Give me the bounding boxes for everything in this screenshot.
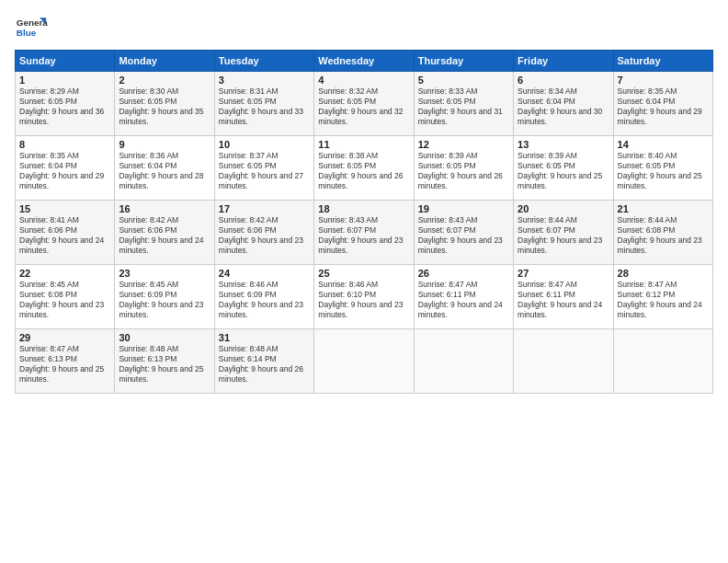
day-number: 21 (618, 203, 709, 214)
day-number: 17 (219, 203, 310, 214)
week-row-1: 8 Sunrise: 8:35 AM Sunset: 6:04 PM Dayli… (16, 136, 713, 201)
day-info: Sunrise: 8:46 AM Sunset: 6:10 PM Dayligh… (318, 280, 409, 320)
day-cell: 20 Sunrise: 8:44 AM Sunset: 6:07 PM Dayl… (514, 201, 613, 265)
day-number: 9 (119, 139, 210, 150)
day-info: Sunrise: 8:41 AM Sunset: 6:06 PM Dayligh… (19, 215, 110, 256)
day-info: Sunrise: 8:44 AM Sunset: 6:08 PM Dayligh… (618, 215, 709, 256)
day-cell: 17 Sunrise: 8:42 AM Sunset: 6:06 PM Dayl… (214, 201, 313, 265)
header-friday: Friday (514, 51, 613, 72)
calendar-table: SundayMondayTuesdayWednesdayThursdayFrid… (15, 50, 713, 394)
week-row-3: 22 Sunrise: 8:45 AM Sunset: 6:08 PM Dayl… (16, 265, 713, 329)
day-cell: 9 Sunrise: 8:36 AM Sunset: 6:04 PM Dayli… (115, 136, 214, 201)
header-row: SundayMondayTuesdayWednesdayThursdayFrid… (16, 51, 713, 72)
day-info: Sunrise: 8:33 AM Sunset: 6:05 PM Dayligh… (418, 86, 509, 127)
day-cell: 1 Sunrise: 8:29 AM Sunset: 6:05 PM Dayli… (16, 72, 115, 136)
day-cell: 28 Sunrise: 8:47 AM Sunset: 6:12 PM Dayl… (613, 265, 712, 329)
day-info: Sunrise: 8:43 AM Sunset: 6:07 PM Dayligh… (418, 215, 509, 256)
day-info: Sunrise: 8:36 AM Sunset: 6:04 PM Dayligh… (119, 151, 210, 191)
day-cell: 30 Sunrise: 8:48 AM Sunset: 6:13 PM Dayl… (115, 329, 214, 394)
day-cell: 15 Sunrise: 8:41 AM Sunset: 6:06 PM Dayl… (16, 201, 115, 265)
day-number: 7 (618, 75, 709, 86)
day-info: Sunrise: 8:39 AM Sunset: 6:05 PM Dayligh… (418, 151, 509, 191)
day-number: 14 (618, 139, 709, 150)
day-info: Sunrise: 8:43 AM Sunset: 6:07 PM Dayligh… (318, 215, 409, 256)
day-info: Sunrise: 8:35 AM Sunset: 6:04 PM Dayligh… (618, 86, 709, 127)
day-info: Sunrise: 8:38 AM Sunset: 6:05 PM Dayligh… (318, 151, 409, 191)
week-row-4: 29 Sunrise: 8:47 AM Sunset: 6:13 PM Dayl… (16, 329, 713, 394)
day-cell: 22 Sunrise: 8:45 AM Sunset: 6:08 PM Dayl… (16, 265, 115, 329)
header-tuesday: Tuesday (214, 51, 313, 72)
day-cell: 12 Sunrise: 8:39 AM Sunset: 6:05 PM Dayl… (414, 136, 513, 201)
day-number: 6 (518, 75, 609, 86)
svg-text:Blue: Blue (17, 28, 37, 38)
day-info: Sunrise: 8:48 AM Sunset: 6:14 PM Dayligh… (219, 344, 310, 385)
day-number: 30 (119, 332, 210, 343)
day-number: 22 (19, 268, 110, 279)
day-cell: 3 Sunrise: 8:31 AM Sunset: 6:05 PM Dayli… (214, 72, 313, 136)
day-number: 3 (219, 75, 310, 86)
day-number: 26 (418, 268, 509, 279)
day-info: Sunrise: 8:40 AM Sunset: 6:05 PM Dayligh… (618, 151, 709, 191)
header-thursday: Thursday (414, 51, 513, 72)
day-info: Sunrise: 8:30 AM Sunset: 6:05 PM Dayligh… (119, 86, 210, 127)
day-number: 13 (518, 139, 609, 150)
day-info: Sunrise: 8:35 AM Sunset: 6:04 PM Dayligh… (19, 151, 110, 191)
day-cell: 7 Sunrise: 8:35 AM Sunset: 6:04 PM Dayli… (613, 72, 712, 136)
day-number: 25 (318, 268, 409, 279)
day-number: 20 (518, 203, 609, 214)
day-info: Sunrise: 8:47 AM Sunset: 6:11 PM Dayligh… (418, 280, 509, 320)
day-number: 11 (318, 139, 409, 150)
header-wednesday: Wednesday (314, 51, 414, 72)
day-number: 24 (219, 268, 310, 279)
day-info: Sunrise: 8:32 AM Sunset: 6:05 PM Dayligh… (318, 86, 409, 127)
day-info: Sunrise: 8:29 AM Sunset: 6:05 PM Dayligh… (19, 86, 110, 127)
header: General Blue (15, 11, 713, 44)
day-cell: 29 Sunrise: 8:47 AM Sunset: 6:13 PM Dayl… (16, 329, 115, 394)
day-cell (514, 329, 613, 394)
day-info: Sunrise: 8:47 AM Sunset: 6:11 PM Dayligh… (518, 280, 609, 320)
day-number: 16 (119, 203, 210, 214)
header-saturday: Saturday (613, 51, 712, 72)
header-monday: Monday (115, 51, 214, 72)
day-info: Sunrise: 8:39 AM Sunset: 6:05 PM Dayligh… (518, 151, 609, 191)
day-number: 18 (318, 203, 409, 214)
day-cell: 4 Sunrise: 8:32 AM Sunset: 6:05 PM Dayli… (314, 72, 414, 136)
day-cell: 21 Sunrise: 8:44 AM Sunset: 6:08 PM Dayl… (613, 201, 712, 265)
day-info: Sunrise: 8:31 AM Sunset: 6:05 PM Dayligh… (219, 86, 310, 127)
day-number: 1 (19, 75, 110, 86)
page: General Blue SundayMondayTuesdayWednesda… (0, 0, 728, 563)
day-number: 31 (219, 332, 310, 343)
day-number: 29 (19, 332, 110, 343)
day-cell: 23 Sunrise: 8:45 AM Sunset: 6:09 PM Dayl… (115, 265, 214, 329)
day-number: 28 (618, 268, 709, 279)
day-cell (314, 329, 414, 394)
day-info: Sunrise: 8:47 AM Sunset: 6:12 PM Dayligh… (618, 280, 709, 320)
logo: General Blue (15, 11, 48, 44)
day-info: Sunrise: 8:47 AM Sunset: 6:13 PM Dayligh… (19, 344, 110, 385)
day-cell: 25 Sunrise: 8:46 AM Sunset: 6:10 PM Dayl… (314, 265, 414, 329)
day-info: Sunrise: 8:37 AM Sunset: 6:05 PM Dayligh… (219, 151, 310, 191)
day-info: Sunrise: 8:45 AM Sunset: 6:09 PM Dayligh… (119, 280, 210, 320)
day-number: 15 (19, 203, 110, 214)
day-cell: 31 Sunrise: 8:48 AM Sunset: 6:14 PM Dayl… (214, 329, 313, 394)
day-number: 4 (318, 75, 409, 86)
day-cell (414, 329, 513, 394)
day-number: 27 (518, 268, 609, 279)
week-row-0: 1 Sunrise: 8:29 AM Sunset: 6:05 PM Dayli… (16, 72, 713, 136)
day-cell: 24 Sunrise: 8:46 AM Sunset: 6:09 PM Dayl… (214, 265, 313, 329)
day-number: 23 (119, 268, 210, 279)
day-cell: 11 Sunrise: 8:38 AM Sunset: 6:05 PM Dayl… (314, 136, 414, 201)
day-number: 12 (418, 139, 509, 150)
day-info: Sunrise: 8:44 AM Sunset: 6:07 PM Dayligh… (518, 215, 609, 256)
day-info: Sunrise: 8:48 AM Sunset: 6:13 PM Dayligh… (119, 344, 210, 385)
day-cell: 6 Sunrise: 8:34 AM Sunset: 6:04 PM Dayli… (514, 72, 613, 136)
day-cell (613, 329, 712, 394)
day-cell: 18 Sunrise: 8:43 AM Sunset: 6:07 PM Dayl… (314, 201, 414, 265)
day-cell: 16 Sunrise: 8:42 AM Sunset: 6:06 PM Dayl… (115, 201, 214, 265)
week-row-2: 15 Sunrise: 8:41 AM Sunset: 6:06 PM Dayl… (16, 201, 713, 265)
day-cell: 2 Sunrise: 8:30 AM Sunset: 6:05 PM Dayli… (115, 72, 214, 136)
day-cell: 14 Sunrise: 8:40 AM Sunset: 6:05 PM Dayl… (613, 136, 712, 201)
day-cell: 13 Sunrise: 8:39 AM Sunset: 6:05 PM Dayl… (514, 136, 613, 201)
day-cell: 26 Sunrise: 8:47 AM Sunset: 6:11 PM Dayl… (414, 265, 513, 329)
day-number: 19 (418, 203, 509, 214)
